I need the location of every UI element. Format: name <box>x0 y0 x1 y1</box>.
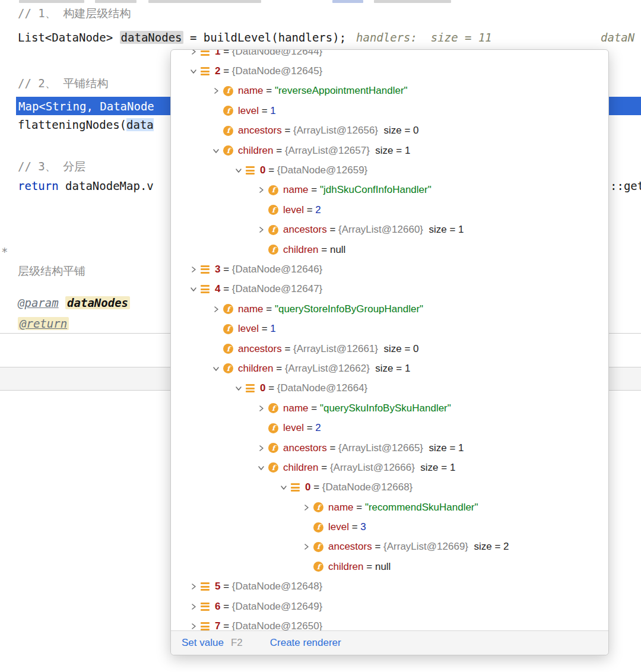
collection-size: size = 0 <box>378 125 419 137</box>
field-icon: f <box>268 245 278 255</box>
tree-row[interactable]: flevel = 3 <box>171 517 608 537</box>
field-icon: f <box>223 304 233 314</box>
value-ref: {DataNode@12644} <box>232 50 322 58</box>
value-ref: {ArrayList@12662} <box>285 363 370 375</box>
code-text: = buildLevel(handlers); <box>183 31 347 44</box>
chevron-collapsed-icon[interactable] <box>299 541 313 552</box>
value-ref: {ArrayList@12669} <box>383 541 468 553</box>
chevron-expanded-icon[interactable] <box>209 145 223 156</box>
javadoc-param-line[interactable]: @param dataNodes <box>18 296 130 309</box>
chevron-expanded-icon[interactable] <box>209 363 223 374</box>
chevron-collapsed-icon[interactable] <box>254 185 268 195</box>
equals-sign: = <box>274 145 285 157</box>
chevron-collapsed-icon[interactable] <box>254 443 268 454</box>
field-name: children <box>238 363 274 375</box>
tree-row[interactable]: flevel = 2 <box>171 200 608 220</box>
value-str: "recommendSkuHandler" <box>365 502 478 513</box>
tree-row[interactable]: 4 = {DataNode@12647} <box>171 280 608 299</box>
chevron-collapsed-icon[interactable] <box>186 581 201 592</box>
chevron-expanded-icon[interactable] <box>186 66 201 77</box>
chevron-expanded-icon[interactable] <box>254 462 268 473</box>
field-icon: f <box>223 363 233 373</box>
chevron-collapsed-icon[interactable] <box>209 85 223 96</box>
code-comment-3[interactable]: // 3、 分层 <box>18 159 85 175</box>
chevron-collapsed-icon[interactable] <box>254 403 268 414</box>
value-null: null <box>375 561 391 573</box>
tree-row[interactable]: 0 = {DataNode@12664} <box>171 379 608 398</box>
equals-sign: = <box>304 204 315 216</box>
chevron-collapsed-icon[interactable] <box>299 502 313 513</box>
debugger-variables-popup: 1 = {DataNode@12644}2 = {DataNode@12645}… <box>170 49 609 655</box>
tree-row[interactable]: 5 = {DataNode@12648} <box>171 577 608 597</box>
element-index: 2 <box>215 65 220 77</box>
chevron-expanded-icon[interactable] <box>231 383 246 394</box>
chevron-collapsed-icon[interactable] <box>186 601 201 612</box>
tree-row[interactable]: flevel = 1 <box>171 319 608 338</box>
tree-row[interactable]: 0 = {DataNode@12659} <box>171 160 608 180</box>
value-ref: {ArrayList@12666} <box>330 462 415 474</box>
tree-row[interactable]: flevel = 1 <box>171 101 608 121</box>
chevron-expanded-icon[interactable] <box>231 165 246 176</box>
code-comment-2[interactable]: // 2、 平铺结构 <box>18 76 108 91</box>
javadoc-description[interactable]: 层级结构平铺 <box>18 264 85 279</box>
equals-sign: = <box>220 581 231 592</box>
chevron-collapsed-icon[interactable] <box>254 224 268 235</box>
list-element-icon <box>201 50 210 56</box>
tree-row[interactable]: fancestors = {ArrayList@12660} size = 1 <box>171 220 608 240</box>
tree-row[interactable]: 2 = {DataNode@12645} <box>171 61 608 81</box>
chevron-collapsed-icon[interactable] <box>186 50 201 57</box>
value-ref: {DataNode@12664} <box>277 382 367 394</box>
chevron-collapsed-icon[interactable] <box>186 264 201 275</box>
code-line-flattening[interactable]: flatteningNodes(data <box>18 118 154 131</box>
value-str: "jdhSkuConfInfoHandler" <box>320 184 431 196</box>
value-ref: {DataNode@12668} <box>322 481 412 493</box>
tree-row[interactable]: fchildren = {ArrayList@12666} size = 1 <box>171 458 608 477</box>
value-num: 2 <box>315 422 320 434</box>
tree-row[interactable]: 6 = {DataNode@12649} <box>171 597 608 616</box>
tree-row[interactable]: fchildren = null <box>171 557 608 576</box>
equals-sign: = <box>349 521 360 533</box>
collection-size: size = 1 <box>423 442 464 454</box>
tree-row[interactable]: 0 = {DataNode@12668} <box>171 478 608 497</box>
tree-row[interactable]: fname = "querySkuInfoBySkuHandler" <box>171 398 608 418</box>
value-null: null <box>330 244 345 256</box>
tree-row[interactable]: fancestors = {ArrayList@12669} size = 2 <box>171 537 608 557</box>
code-line-buildlevel[interactable]: List<DataNode> dataNodes = buildLevel(ha… <box>18 31 346 44</box>
tree-row[interactable]: fancestors = {ArrayList@12665} size = 1 <box>171 438 608 458</box>
field-icon: f <box>268 225 278 235</box>
list-element-icon <box>201 67 210 75</box>
tree-row[interactable]: fchildren = {ArrayList@12662} size = 1 <box>171 359 608 378</box>
equals-sign: = <box>354 502 365 513</box>
chevron-expanded-icon[interactable] <box>186 284 201 294</box>
chevron-collapsed-icon[interactable] <box>209 304 223 315</box>
chevron-collapsed-icon[interactable] <box>186 621 201 631</box>
code-text: dataNodeMap.v <box>59 179 154 192</box>
field-name: children <box>328 561 364 573</box>
tree-row[interactable]: 1 = {DataNode@12644} <box>171 50 608 61</box>
tree-row[interactable]: fchildren = {ArrayList@12657} size = 1 <box>171 141 608 160</box>
create-renderer-link[interactable]: Create renderer <box>270 637 341 649</box>
tree-row[interactable]: fname = "reverseAppointmentHandler" <box>171 81 608 101</box>
tree-row[interactable]: flevel = 2 <box>171 418 608 438</box>
tree-row[interactable]: fchildren = null <box>171 240 608 259</box>
code-line-return[interactable]: return dataNodeMap.v <box>18 179 154 192</box>
tree-row[interactable]: fname = "queryStoreInfoByGroupHandler" <box>171 299 608 319</box>
field-name: level <box>328 521 349 533</box>
javadoc-return-line[interactable]: @return <box>18 317 69 330</box>
tree-row[interactable]: 3 = {DataNode@12646} <box>171 259 608 279</box>
tree-row[interactable]: 7 = {DataNode@12650} <box>171 616 608 631</box>
chevron-expanded-icon[interactable] <box>277 482 291 493</box>
tree-row[interactable]: fname = "recommendSkuHandler" <box>171 497 608 517</box>
field-icon: f <box>268 185 278 195</box>
inline-debugger-hint-datanodes: dataN <box>601 31 634 44</box>
element-index: 3 <box>215 264 220 275</box>
field-name: name <box>283 184 309 196</box>
set-value-link[interactable]: Set value <box>182 637 224 649</box>
field-name: name <box>283 402 309 414</box>
tree-row[interactable]: fancestors = {ArrayList@12656} size = 0 <box>171 121 608 141</box>
field-icon: f <box>268 423 278 433</box>
javadoc-asterisk: * <box>1 245 8 258</box>
tree-row[interactable]: fancestors = {ArrayList@12661} size = 0 <box>171 339 608 359</box>
tree-row[interactable]: fname = "jdhSkuConfInfoHandler" <box>171 180 608 200</box>
code-comment-1[interactable]: // 1、 构建层级结构 <box>18 6 131 21</box>
